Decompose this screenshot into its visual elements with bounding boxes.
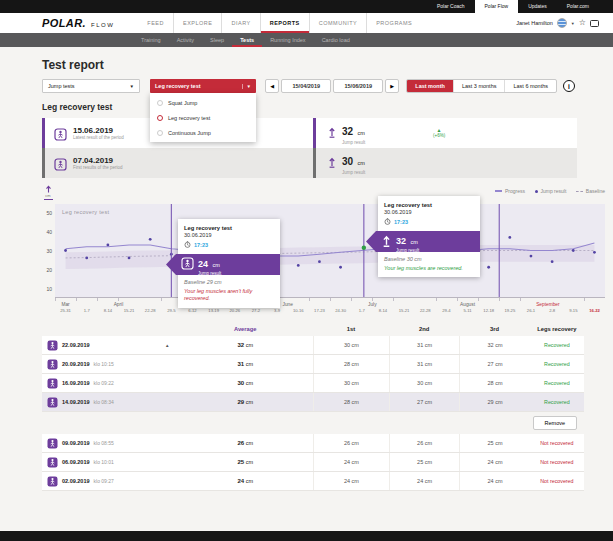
chart-inner-label: Leg recovery test <box>62 209 109 215</box>
jump-unit: cm <box>358 130 365 136</box>
prev-period-button[interactable]: ◀ <box>265 79 279 93</box>
clock-icon <box>384 218 391 226</box>
table-body: 22.09.2019▲32 cm30 cm31 cm32 cmRecovered… <box>42 336 584 491</box>
next-period-button[interactable]: ▶ <box>385 79 399 93</box>
jump-test-icon <box>47 340 58 351</box>
subnav-item-activity[interactable]: Activity <box>169 33 202 47</box>
summary-first-row[interactable]: 07.04.2019 First results of the period 3… <box>42 148 577 178</box>
nav-item-community[interactable]: COMMUNITY <box>309 13 366 33</box>
jump-value: 32 <box>342 126 353 137</box>
test-date: 02.09.2019 <box>62 478 90 484</box>
chevron-down-icon: ▼ <box>130 84 134 89</box>
polar-logo-text: POLAR. <box>42 17 86 29</box>
banner-value: 32 <box>396 236 406 246</box>
results-table: Average 1st 2nd 3rd Legs recovery 22.09.… <box>42 321 584 491</box>
nav-item-programs[interactable]: PROGRAMS <box>366 13 421 33</box>
week-label: 9-15 <box>563 308 584 315</box>
table-row[interactable]: 02.09.2019klo 09:2724 cm24 cm24 cm24 cmN… <box>42 472 584 491</box>
subnav-item-tests[interactable]: Tests <box>232 33 262 47</box>
remove-row: Remove <box>42 412 584 434</box>
subnav-item-sleep[interactable]: Sleep <box>202 33 232 47</box>
jump-1st-cell: 24 cm <box>313 472 389 490</box>
jump-type-dropdown[interactable]: Jump tests ▼ <box>42 79 140 93</box>
week-labels: 25-311-78-1415-2122-2829-56-1213-1920-26… <box>55 308 605 315</box>
topbar-link-polar-coach[interactable]: Polar Coach <box>427 0 475 13</box>
tooltip-date: 30.06.2019 <box>384 209 474 215</box>
average-value: 29 <box>237 399 244 405</box>
average-unit: cm <box>246 440 253 446</box>
change-indicator: ▲ (+6%) <box>433 127 445 138</box>
jump-test-icon <box>47 397 58 408</box>
table-row[interactable]: 16.09.2019klo 09:2230 cm30 cm30 cm28 cmR… <box>42 374 584 393</box>
sort-indicator-icon[interactable]: ▲ <box>165 343 169 348</box>
chart-section: cm ProgressJump resultBaseline 504030201… <box>42 186 605 315</box>
week-label: 17-23 <box>309 308 330 315</box>
jump-value: 30 <box>342 156 353 167</box>
topbar-link-polar-com[interactable]: Polar.com <box>557 0 599 13</box>
test-dropdown[interactable]: Leg recovery test ▼ <box>150 79 256 93</box>
header-3rd[interactable]: 3rd <box>459 326 529 332</box>
recovery-status: Recovered <box>530 380 584 386</box>
remove-button[interactable]: Remove <box>533 416 577 430</box>
jump-label: Jump result <box>342 170 365 175</box>
preset-last-3-months[interactable]: Last 3 months <box>453 80 505 92</box>
summary-date: 15.06.2019 <box>73 126 124 136</box>
main-nav: POLAR.FLOW FEEDEXPLOREDIARYREPORTSCOMMUN… <box>0 13 613 33</box>
average-cell: 32 cm <box>178 342 314 348</box>
test-time: klo 08:55 <box>94 440 114 446</box>
dropdown-option-label: Leg recovery test <box>168 115 210 121</box>
chart-plot[interactable]: Leg recovery test <box>55 204 605 298</box>
table-row[interactable]: 20.09.2019klo 10:1531 cm28 cm31 cm27 cmR… <box>42 355 584 374</box>
polar-logo[interactable]: POLAR.FLOW <box>42 17 114 29</box>
info-button[interactable]: i <box>563 80 575 92</box>
user-area: Janet Hamilton ▼ ☆ <box>516 18 599 28</box>
average-unit: cm <box>246 380 253 386</box>
month-label-september: September <box>536 302 559 307</box>
topbar-links: Polar CoachPolar FlowUpdatesPolar.com <box>427 0 599 13</box>
table-row[interactable]: 22.09.2019▲32 cm30 cm31 cm32 cmRecovered <box>42 336 584 355</box>
table-header: Average 1st 2nd 3rd Legs recovery <box>42 321 584 336</box>
table-row[interactable]: 09.09.2019klo 08:5526 cm26 cm26 cm25 cmN… <box>42 434 584 453</box>
subnav-item-training[interactable]: Training <box>133 33 169 47</box>
chevron-down-icon[interactable]: ▼ <box>571 21 575 26</box>
table-row[interactable]: 06.09.2019klo 10:0125 cm24 cm25 cm24 cmN… <box>42 453 584 472</box>
recovery-status: Not recovered <box>530 478 584 484</box>
month-label-june: June <box>282 302 292 307</box>
nav-item-diary[interactable]: DIARY <box>221 13 259 33</box>
test-date: 09.09.2019 <box>62 440 90 446</box>
test-date: 06.09.2019 <box>62 459 90 465</box>
messages-icon[interactable] <box>590 20 599 27</box>
header-2nd[interactable]: 2nd <box>389 326 459 332</box>
header-1st[interactable]: 1st <box>313 326 389 332</box>
table-row[interactable]: 14.09.2019klo 08:3429 cm28 cm27 cm29 cmR… <box>42 393 584 412</box>
preset-last-6-months[interactable]: Last 6 months <box>504 80 556 92</box>
end-date-field[interactable]: 15/06/2019 <box>333 79 383 93</box>
topbar-link-polar-flow[interactable]: Polar Flow <box>475 0 519 13</box>
nav-item-reports[interactable]: REPORTS <box>260 13 309 33</box>
jump-2nd-cell: 31 cm <box>389 355 459 373</box>
x-axis: MarAprilMayJuneJulyAugustSeptember 25-31… <box>55 298 605 315</box>
nav-item-feed[interactable]: FEED <box>138 13 173 33</box>
polar-flow-app: Polar CoachPolar FlowUpdatesPolar.com PO… <box>0 0 613 541</box>
summary-date-block: 15.06.2019 Latest result of the period <box>73 126 124 141</box>
user-name[interactable]: Janet Hamilton <box>516 20 553 26</box>
header-average[interactable]: Average <box>178 326 314 332</box>
topbar-link-updates[interactable]: Updates <box>518 0 557 13</box>
start-date-field[interactable]: 15/04/2019 <box>281 79 331 93</box>
dropdown-option-continuous-jump[interactable]: Continuous Jump <box>150 125 256 140</box>
preset-last-month[interactable]: Last month <box>407 80 453 92</box>
average-unit: cm <box>246 361 253 367</box>
test-date-cell: 02.09.2019klo 09:27 <box>42 476 178 487</box>
nav-item-explore[interactable]: EXPLORE <box>173 13 221 33</box>
dropdown-option-leg-recovery-test[interactable]: Leg recovery test <box>150 110 256 125</box>
avatar[interactable] <box>557 18 567 28</box>
summary-latest-row[interactable]: 15.06.2019 Latest result of the period 3… <box>42 118 577 148</box>
header-legs-recovery[interactable]: Legs recovery <box>530 326 584 332</box>
subnav-item-running-index[interactable]: Running Index <box>262 33 313 47</box>
legend-label: Jump result <box>540 188 566 194</box>
jump-test-icon <box>47 359 58 370</box>
footer-bar <box>0 531 613 541</box>
favorite-star-icon[interactable]: ☆ <box>579 18 586 28</box>
dropdown-option-squat-jump[interactable]: Squat Jump <box>150 95 256 110</box>
subnav-item-cardio-load[interactable]: Cardio load <box>314 33 358 47</box>
